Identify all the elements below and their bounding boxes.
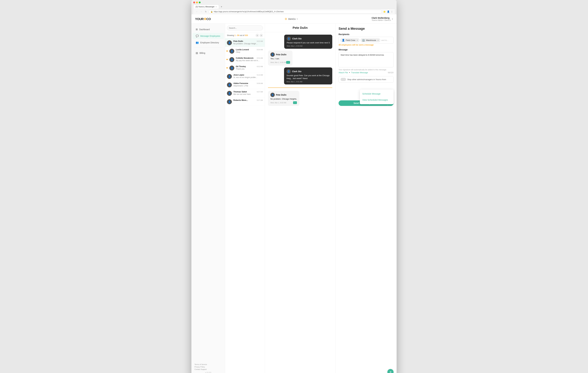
message-textarea[interactable] (338, 52, 394, 67)
conv-item-1[interactable]: 👤 Lucila Lorand 8:54 AM Okay. (225, 47, 265, 55)
browser-chrome: (3) Yourco | Messenger ✕ + ← → ↻ 🔒 https… (191, 0, 397, 14)
message-sender-2: 👤 Pete Dulin (270, 52, 290, 57)
time-label-4: Wed, Mar 1, 9:02 AM (270, 102, 286, 104)
sender-name-2: Pete Dulin (276, 53, 286, 56)
conv-item-6[interactable]: 👤 Thomas Saket 9:07 AM We ran out over h… (225, 89, 265, 98)
tab-title: (3) Yourco | Messenger (196, 6, 215, 8)
view-scheduled-option[interactable]: View Scheduled Messages (360, 97, 394, 103)
message-actions: Attach File • Translate Message 68/320 (338, 71, 394, 74)
new-tab-button[interactable]: + (220, 5, 223, 9)
showing-count: Showing 1 - 50 out of 333 ‹ › (225, 33, 265, 38)
conv-item-5[interactable]: 👤 Abbie Fensome 9:08 AM Attachment: 1 Fi… (225, 81, 265, 89)
remove-warehouse-button[interactable]: ✕ (377, 39, 379, 41)
send-title: Send a Message (338, 27, 394, 31)
message-text-2: Yes, I can. (270, 57, 290, 60)
remove-field-crew-button[interactable]: ✕ (357, 39, 358, 41)
translate-message-link[interactable]: Translate Message (351, 71, 368, 74)
conv-time-6: 9:07 AM (257, 91, 263, 93)
close-fab-button[interactable]: ✕ (388, 369, 394, 373)
conv-item-0[interactable]: 👤 Pete Dulin 9:02 AM No problem. Chicago… (225, 38, 265, 47)
conv-content-6: Thomas Saket 9:07 AM We ran out over her… (233, 91, 263, 95)
conv-item-3[interactable]: 👤 Gil Tinsley 8:52 AM Thank you. (225, 64, 265, 72)
conv-item-2[interactable]: 👤 Collette Novakovic 8:54 AM My pay this… (225, 55, 265, 64)
minimize-button[interactable] (196, 1, 198, 3)
message-section: Message Your signature will automaticall… (338, 48, 394, 74)
unread-dot-3 (226, 67, 228, 68)
user-name: Clark Stoltenberg (372, 17, 391, 19)
extensions-icon[interactable]: ⭐ (383, 11, 386, 13)
active-tab[interactable]: (3) Yourco | Messenger ✕ (193, 5, 219, 9)
tab-close-button[interactable]: ✕ (215, 6, 217, 8)
employees-count: 30 employees will be sent a message (338, 44, 394, 46)
conv-list: 👤 Pete Dulin 9:02 AM No problem. Chicago… (225, 38, 265, 373)
sidebar-item-label-dashboard: Dashboard (199, 28, 210, 31)
browser-tab-bar: (3) Yourco | Messenger ✕ + (193, 5, 395, 9)
sidebar-item-billing[interactable]: ▤ Billing (193, 50, 224, 56)
message-time-3: Wed, Mar 1, 9:01 AM (286, 81, 330, 83)
conv-name-2: Collette Novakovic (236, 57, 253, 59)
recipient-tag-warehouse: 🏢 Warehouse ✕ (360, 38, 380, 42)
browser-right-icons: ⭐ 👤 ⋮ (383, 11, 393, 13)
message-row-4: 👤 Pete Dulin No problem. Chicago Heights… (268, 91, 332, 106)
employees-count-number: 30 (338, 44, 341, 46)
prev-page-button[interactable]: ‹ (256, 34, 259, 37)
support-link[interactable]: Contact Support (194, 368, 222, 370)
user-chevron-icon[interactable]: ▾ (392, 18, 393, 20)
profile-icon[interactable]: 👤 (387, 11, 389, 13)
message-row-2: 👤 Pete Dulin Yes, I can. Wed, Mar 1, 9:0… (268, 51, 332, 66)
message-links: Attach File • Translate Message (338, 71, 368, 74)
chevron-down-icon: ▾ (297, 18, 298, 20)
main-layout: ⊞ Dashboard 💬 Message Employees 👥 Employ… (191, 24, 397, 373)
toggle-switch[interactable] (341, 78, 346, 81)
sidebar-item-employee-directory[interactable]: 👥 Employee Directory (193, 40, 224, 45)
back-button[interactable]: ← (195, 10, 199, 13)
showing-total: 333 (245, 34, 248, 36)
conv-time-4: 9:10 AM (257, 74, 263, 76)
message-time-1: Wed, Mar 1, 8:59 AM (287, 45, 330, 47)
forward-button[interactable]: → (200, 10, 203, 13)
conv-header-5: Abbie Fensome 9:08 AM (233, 82, 263, 84)
conv-header-0: Pete Dulin 9:02 AM (233, 40, 263, 42)
message-options-btn-2[interactable]: ··· (286, 61, 290, 64)
menu-icon[interactable]: ⋮ (391, 11, 393, 13)
showing-out-of: out of (240, 34, 245, 36)
send-panel: Send a Message Recipients 👤 Field Crew ✕… (335, 24, 397, 373)
conv-item-7[interactable]: 👤 Roberto More... 9:07 AM (225, 98, 265, 106)
avatar-6: 👤 (227, 91, 232, 96)
sidebar-item-dashboard[interactable]: ⊞ Dashboard (193, 26, 224, 32)
and-to-placeholder[interactable]: and to... (381, 39, 388, 41)
search-input[interactable] (227, 25, 263, 31)
close-button[interactable] (193, 1, 195, 3)
schedule-message-option[interactable]: Schedule Message (360, 91, 394, 97)
next-page-button[interactable]: › (260, 34, 263, 37)
unread-dot-2 (226, 59, 228, 60)
message-icon: 💬 (196, 34, 199, 37)
message-options-btn-4[interactable]: ··· (293, 101, 297, 104)
address-bar[interactable]: 🔒 https://app.yourco.io/messenger/wYwJp1… (209, 10, 382, 13)
recipient-tag-field-crew: 👤 Field Crew ✕ (340, 38, 359, 42)
user-role: Yourco Admin • DemCo (372, 19, 391, 21)
message-text-1: Please respond if you can work overt tim… (287, 41, 330, 44)
message-sender-4: 👤 Pete Dulin (270, 93, 297, 97)
maximize-button[interactable] (199, 1, 200, 3)
message-bubble-1: 👤 Clark Sto Please respond if you can wo… (284, 35, 332, 49)
sidebar-item-message-employees[interactable]: 💬 Message Employees (193, 33, 224, 39)
sender-name-4: Pete Dulin (276, 94, 286, 96)
terms-link[interactable]: Terms of Service (194, 363, 222, 365)
browser-window: (3) Yourco | Messenger ✕ + ← → ↻ 🔒 https… (191, 0, 397, 373)
conv-header-6: Thomas Saket 9:07 AM (233, 91, 263, 93)
message-text-4: No problem. Chicago Heights. (270, 98, 297, 100)
conv-item-4[interactable]: 👤 Jose Lopez 9:10 AM Si, eso no es ningú… (225, 72, 265, 81)
refresh-button[interactable]: ↻ (204, 10, 207, 13)
chat-panel: Pete Dulin 👤 Clark Sto Please respond if… (265, 24, 335, 373)
sender-name-1: Clark Sto (292, 37, 302, 40)
conv-preview-4: Si, eso no es ningún problema. (233, 76, 258, 78)
org-name: DemCo (288, 18, 295, 20)
conv-name-0: Pete Dulin (233, 40, 243, 42)
org-switcher[interactable]: ⚙ DemCo ▾ (285, 17, 298, 21)
chat-contact-name: Pete Dulin (293, 26, 308, 29)
conv-name-3: Gil Tinsley (236, 65, 246, 67)
privacy-link[interactable]: Privacy Policy (194, 366, 222, 368)
conv-content-4: Jose Lopez 9:10 AM Si, eso no es ningún … (233, 74, 263, 78)
attach-file-link[interactable]: Attach File (338, 71, 348, 74)
